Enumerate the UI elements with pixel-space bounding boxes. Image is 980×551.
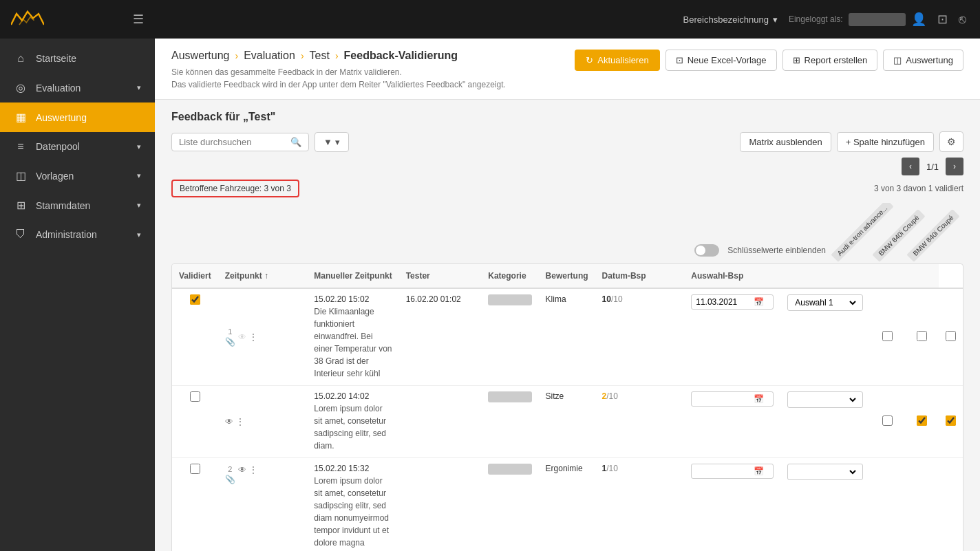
validate-checkbox-3[interactable] [190, 464, 200, 474]
sidebar-item-vorlagen[interactable]: ◫ Vorlagen ▾ [0, 161, 155, 191]
sidebar-item-evaluation[interactable]: ◎ Evaluation ▾ [0, 73, 155, 102]
user-profile-button[interactable]: 👤 [911, 12, 926, 27]
eye-icon-3[interactable]: 👁 [238, 465, 246, 475]
calendar-icon-2[interactable]: 📅 [754, 394, 764, 404]
prev-page-button[interactable]: ‹ [902, 158, 919, 175]
datum-input-field-1[interactable] [696, 297, 751, 307]
col3-checkbox-2[interactable] [946, 415, 956, 426]
col1-checkbox-1[interactable] [882, 331, 893, 341]
search-box: 🔍 [171, 133, 309, 151]
zeitpunkt-cell-2: 15.02.20 14:02 Lorem ipsum dolor sit ame… [307, 386, 398, 458]
keys-toggle[interactable] [694, 244, 719, 257]
score-max-3: /10 [606, 464, 618, 473]
page-description: Sie können das gesammelte Feedback in de… [171, 66, 506, 91]
sidebar-item-label: Evaluation [36, 83, 81, 94]
attachment-icon: 📎 [225, 337, 235, 347]
sidebar-item-auswertung[interactable]: ▦ Auswertung [0, 102, 155, 132]
create-report-button[interactable]: ⊞ Report erstellen [782, 50, 878, 71]
pagination: ‹ 1/1 › [902, 158, 963, 175]
stats-bar: Betroffene Fahrzeuge: 3 von 3 3 von 3 da… [171, 180, 963, 197]
eye-icon-2[interactable]: 👁 [225, 417, 233, 426]
sidebar-item-datenpool[interactable]: ≡ Datenpool ▾ [0, 132, 155, 161]
table-body: 1 📎 👁 ⋮ 15.02.20 15:02 Die Klimaanlage f… [172, 288, 963, 551]
add-column-button[interactable]: + Spalte hinzufügen [837, 132, 934, 152]
breadcrumb-item-current: Feedback-Validierung [344, 50, 458, 62]
tester-cell-3 [481, 458, 538, 552]
area-dropdown-button[interactable]: Bereichsbezeichnung ▾ [683, 14, 778, 25]
notifications-button[interactable]: ⊡ [937, 12, 948, 27]
auswahl-select-3: Auswahl 1 [787, 464, 863, 480]
validate-checkbox-2[interactable] [190, 391, 200, 402]
col1-checkbox-2[interactable] [882, 415, 893, 426]
refresh-button[interactable]: ↻ Aktualisieren [575, 50, 659, 71]
datum-input-1: 📅 [691, 294, 774, 310]
auswahl-bsp-cell-1: Auswahl 1 Auswahl 2 [780, 288, 870, 386]
keys-label: Schlüsselwerte einblenden [727, 246, 826, 255]
sidebar-item-stammdaten[interactable]: ⊞ Stammdaten ▾ [0, 191, 155, 220]
manueller-zeitpunkt-cell-3 [399, 458, 482, 552]
datum-input-2: 📅 [691, 391, 774, 407]
more-options-icon-2[interactable]: ⋮ [236, 417, 244, 426]
actions-cell-1: 1 📎 👁 ⋮ [218, 288, 308, 386]
auswahl-dropdown-1[interactable]: Auswahl 1 Auswahl 2 [792, 297, 858, 308]
attachment-icon-3: 📎 [225, 475, 235, 484]
datum-bsp-cell-1: 📅 [684, 288, 780, 386]
logo-area: ☰ [0, 0, 155, 39]
sidebar-item-startseite[interactable]: ⌂ Startseite [0, 44, 155, 73]
section-title: Feedback für „Test" [171, 111, 963, 123]
th-bewertung: Bewertung [539, 264, 595, 288]
zeitpunkt-cell-1: 15.02.20 15:02 Die Klimaanlage funktioni… [307, 288, 398, 386]
table-row: 👁 ⋮ 15.02.20 14:02 Lorem ipsum dolor sit… [172, 386, 963, 458]
calendar-icon-1[interactable]: 📅 [754, 297, 764, 307]
th-zeitpunkt[interactable]: Zeitpunkt ↑ [218, 264, 308, 288]
auswahl-dropdown-3[interactable]: Auswahl 1 [792, 466, 858, 477]
datum-bsp-cell-3: 📅 [684, 458, 780, 552]
th-col1 [780, 264, 870, 288]
col2-checkbox-1[interactable] [917, 331, 927, 341]
validate-checkbox-1[interactable] [190, 294, 200, 305]
datum-input-field-3[interactable] [696, 466, 751, 476]
feedback-table: Validiert Zeitpunkt ↑ Manueller Zeitpunk… [172, 264, 963, 551]
th-col2 [870, 264, 904, 288]
next-page-button[interactable]: › [946, 158, 963, 175]
manueller-zeitpunkt-cell-1: 16.02.20 01:02 [399, 288, 482, 386]
col3-checkbox-1[interactable] [946, 331, 956, 341]
logout-button[interactable]: ⎋ [959, 12, 966, 27]
zeitpunkt-value-2: 15.02.20 14:02 [314, 391, 392, 401]
col2-checkbox-2[interactable] [917, 415, 927, 426]
filter-button[interactable]: ▼ ▾ [315, 132, 349, 152]
tester-cell-1 [481, 288, 538, 386]
eye-icon-1[interactable]: 👁 [238, 332, 246, 342]
filter-icon: ▼ [323, 137, 332, 147]
col-check-3-1 [870, 458, 904, 552]
refresh-icon: ↻ [586, 55, 593, 65]
calendar-icon-3[interactable]: 📅 [754, 466, 764, 476]
page-number: 1/1 [922, 162, 943, 172]
more-options-icon-1[interactable]: ⋮ [249, 332, 257, 342]
chevron-down-icon: ▾ [137, 230, 141, 239]
zeitpunkt-value-3: 15.02.20 15:32 [314, 464, 392, 473]
feedback-text-3: Lorem ipsum dolor sit amet, consetetur s… [314, 475, 392, 551]
breadcrumb-separator: › [301, 50, 304, 61]
stammdaten-icon: ⊞ [14, 199, 28, 212]
th-kategorie: Kategorie [481, 264, 538, 288]
more-options-icon-3[interactable]: ⋮ [249, 465, 257, 475]
sidebar-item-administration[interactable]: ⛉ Administration ▾ [0, 220, 155, 249]
auswahl-bsp-cell-3: Auswahl 1 [780, 458, 870, 552]
sidebar-collapse-button[interactable]: ☰ [133, 12, 144, 27]
auswertung-button[interactable]: ◫ Auswertung [883, 50, 963, 71]
th-validiert: Validiert [172, 264, 218, 288]
datum-input-field-2[interactable] [696, 394, 751, 404]
tester-name-2 [488, 391, 531, 402]
table-row: 2 📎 👁 ⋮ 15.02.20 15:32 Lorem ipsum dolor… [172, 458, 963, 552]
sidebar-navigation: ⌂ Startseite ◎ Evaluation ▾ ▦ Auswertung… [0, 39, 155, 551]
new-excel-button[interactable]: ⊡ Neue Excel-Vorlage [665, 50, 777, 71]
col-check-2-1 [870, 386, 904, 458]
hide-matrix-button[interactable]: Matrix ausblenden [740, 132, 831, 152]
auswahl-dropdown-2[interactable]: Auswahl 1 [792, 394, 858, 405]
search-input[interactable] [179, 137, 286, 147]
settings-button[interactable]: ⚙ [939, 131, 963, 152]
kategorie-cell-2: Sitze [539, 386, 595, 458]
row-number-3: 2 📎 [225, 465, 235, 484]
breadcrumb-separator: › [235, 50, 239, 61]
